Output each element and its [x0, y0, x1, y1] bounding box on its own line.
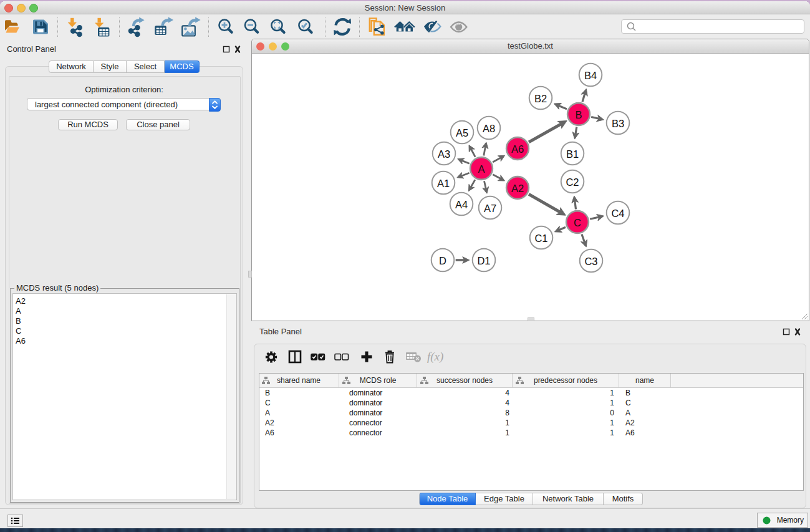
svg-text:C4: C4 — [611, 208, 624, 219]
svg-text:A5: A5 — [456, 127, 468, 138]
svg-text:A3: A3 — [438, 148, 450, 160]
svg-text:B1: B1 — [566, 148, 579, 160]
svg-text:B: B — [575, 109, 582, 120]
svg-text:C3: C3 — [584, 256, 597, 267]
svg-text:D1: D1 — [477, 255, 490, 266]
svg-text:A2: A2 — [511, 183, 524, 194]
svg-text:A6: A6 — [511, 143, 524, 155]
svg-text:B4: B4 — [584, 70, 597, 81]
svg-text:A: A — [478, 163, 485, 175]
svg-text:B3: B3 — [612, 118, 624, 129]
svg-text:A8: A8 — [483, 123, 495, 134]
svg-text:C1: C1 — [534, 233, 547, 244]
svg-text:A1: A1 — [437, 178, 450, 189]
svg-text:A4: A4 — [455, 199, 468, 210]
svg-text:B2: B2 — [534, 93, 547, 104]
svg-text:C2: C2 — [566, 177, 579, 188]
svg-text:D: D — [439, 255, 446, 266]
svg-text:A7: A7 — [484, 203, 496, 214]
svg-text:C: C — [574, 217, 581, 228]
